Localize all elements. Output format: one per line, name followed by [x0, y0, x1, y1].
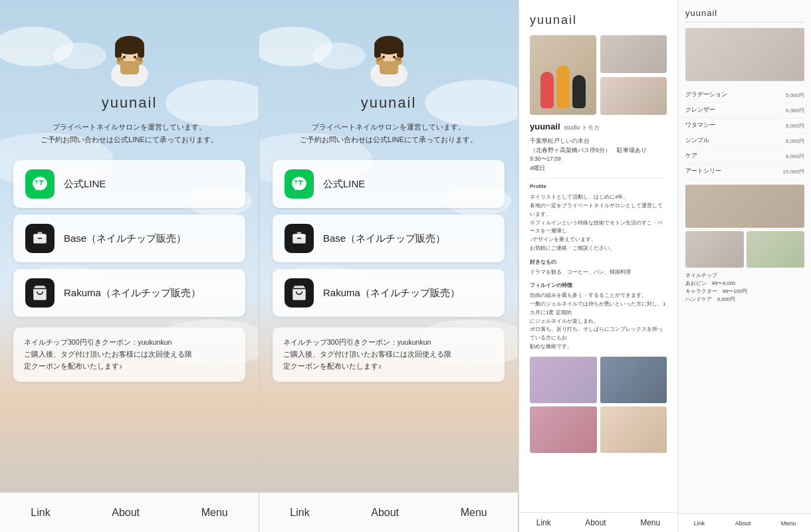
site-image-grid — [530, 35, 667, 115]
svg-point-26 — [376, 57, 384, 65]
sidebar-nav-menu[interactable]: Menu — [781, 520, 796, 527]
menu-item-0: グラデーション 5,000円 — [685, 88, 804, 103]
svg-point-13 — [139, 58, 142, 61]
svg-point-28 — [377, 58, 380, 61]
svg-rect-34 — [297, 238, 302, 239]
nail-image-4 — [600, 406, 667, 453]
site-info-name: yuunail — [530, 122, 560, 132]
avatar-2 — [356, 20, 422, 86]
sidebar-nail-row — [685, 231, 804, 268]
svg-rect-3 — [115, 45, 122, 58]
site-info-address: 千葉県松戸しいの木台 （北春野ヶ高架橋バス停5分） 駐車場あり 9:30〜17:… — [530, 137, 667, 173]
nav-about-2[interactable]: About — [360, 501, 409, 524]
website-panel: yuunail yuunail studio トモカ 千葉県松 — [519, 0, 811, 532]
base-button-2[interactable]: Base（ネイルチップ販売） — [273, 215, 505, 262]
sidebar-nail-img-1 — [685, 185, 804, 228]
rakuma-button-1[interactable]: Rakuma（ネイルチップ販売） — [13, 269, 245, 317]
sidebar-bottom-nav: Link About Menu — [679, 513, 811, 532]
phone-content-1: yuunail プライベートネイルサロンを運営しています。 ご予約お問い合わせは… — [0, 0, 259, 492]
rakuma-button-2[interactable]: Rakuma（ネイルチップ販売） — [273, 269, 505, 317]
base-icon-1 — [25, 224, 55, 253]
nav-link-1[interactable]: Link — [20, 501, 60, 524]
site-small-image-2 — [600, 77, 667, 115]
site-nav-menu[interactable]: Menu — [640, 518, 660, 527]
svg-point-5 — [123, 56, 126, 58]
rakuma-label-1: Rakuma（ネイルチップ販売） — [64, 287, 201, 300]
rakuma-icon-1 — [25, 278, 55, 308]
phone-panel-1: yuunail プライベートネイルサロンを運営しています。 ご予約お問い合わせは… — [0, 0, 259, 532]
line-label-2: 公式LINE — [323, 178, 365, 191]
phone-content-2: yuunail プライベートネイルサロンを運営しています。 ご予約お問い合わせは… — [259, 0, 518, 492]
svg-point-30 — [396, 57, 398, 60]
menu-item-1: クレンザー 6,000円 — [685, 103, 804, 118]
svg-point-8 — [116, 57, 124, 65]
rakuma-icon-2 — [285, 278, 314, 308]
menu-item-5: アートシリー 10,000円 — [685, 164, 804, 179]
site-bottom-nav: Link About Menu — [519, 512, 677, 532]
brand-name-2: yuunail — [361, 94, 417, 112]
menu-item-3: シンプル 6,000円 — [685, 133, 804, 149]
sidebar-nail-images — [685, 185, 804, 268]
sidebar-price-info: ネイルチップ あおピン ¥8〜6,000 キャラクター ¥8〜100円 ハンドケ… — [685, 272, 804, 304]
site-info-sub: studio トモカ — [564, 124, 600, 132]
svg-rect-33 — [292, 234, 306, 237]
menu-item-2: ワタマシー 6,000円 — [685, 118, 804, 133]
svg-rect-15 — [33, 234, 47, 237]
sidebar-main-image — [685, 28, 804, 81]
site-sidebar: yuunail グラデーション 5,000円 クレンザー 6,000円 ワタマシ… — [678, 0, 811, 532]
svg-rect-21 — [374, 45, 381, 58]
svg-rect-22 — [397, 45, 404, 58]
site-bottom-images — [530, 357, 667, 403]
line-icon-1 — [25, 169, 55, 199]
sidebar-nav-link[interactable]: Link — [694, 520, 705, 527]
line-button-2[interactable]: 公式LINE — [273, 160, 505, 208]
svg-point-10 — [118, 58, 120, 61]
nav-link-2[interactable]: Link — [279, 501, 320, 524]
site-bottom-images-2 — [530, 406, 667, 453]
menu-buttons-2: 公式LINE Base（ネイルチップ販売） — [273, 160, 505, 317]
sidebar-nav-about[interactable]: About — [735, 520, 751, 527]
svg-rect-4 — [138, 45, 144, 58]
svg-point-12 — [136, 57, 139, 60]
svg-point-6 — [134, 56, 136, 58]
avatar-1 — [96, 20, 163, 86]
coupon-box-1: ネイルチップ300円引きクーポン：yuukunkun ご購入後、タグ付け頂いたお… — [13, 327, 245, 382]
bottom-nav-1: Link About Menu — [0, 492, 259, 532]
sidebar-nail-img-2 — [685, 231, 744, 268]
sidebar-menu-list: グラデーション 5,000円 クレンザー 6,000円 ワタマシー 6,000円… — [685, 88, 804, 179]
brand-name-1: yuunail — [102, 94, 158, 112]
coupon-box-2: ネイルチップ300円引きクーポン：yuukunkun ご購入後、タグ付け頂いたお… — [273, 327, 505, 382]
site-feature: フィルインの特徴 自由の組みを最も多く・するることができます。 一般のジェルネイ… — [530, 282, 667, 351]
nav-menu-2[interactable]: Menu — [450, 501, 498, 524]
nav-menu-1[interactable]: Menu — [191, 501, 239, 524]
site-main-image — [530, 35, 596, 115]
svg-point-24 — [393, 56, 396, 58]
site-small-image-1 — [600, 35, 667, 73]
base-label-1: Base（ネイルチップ販売） — [64, 232, 186, 245]
description-2: プライベートネイルサロンを運営しています。 ご予約お問い合わせは公式LINEにて… — [300, 121, 477, 145]
site-main-content: yuunail yuunail studio トモカ 千葉県松 — [519, 0, 678, 532]
nail-image-2 — [600, 357, 667, 403]
bottom-nav-2: Link About Menu — [259, 492, 518, 532]
nav-about-1[interactable]: About — [101, 501, 150, 524]
line-icon-2 — [285, 169, 314, 199]
menu-item-4: ケア 6,000円 — [685, 149, 804, 164]
svg-point-27 — [394, 57, 402, 65]
site-nav-link[interactable]: Link — [536, 518, 551, 527]
base-button-1[interactable]: Base（ネイルチップ販売） — [13, 215, 245, 262]
base-icon-2 — [285, 224, 314, 253]
phone-panel-2: yuunail プライベートネイルサロンを運営しています。 ご予約お問い合わせは… — [259, 0, 519, 532]
svg-point-11 — [120, 57, 123, 60]
menu-buttons-1: 公式LINE Base（ネイルチップ販売） — [13, 160, 245, 317]
sidebar-nail-img-3 — [747, 231, 805, 268]
line-label-1: 公式LINE — [64, 178, 106, 191]
site-title: yuunail — [530, 13, 667, 27]
site-nav-about[interactable]: About — [585, 518, 606, 527]
line-button-1[interactable]: 公式LINE — [13, 160, 245, 208]
nail-image-1 — [530, 357, 597, 403]
svg-point-29 — [380, 57, 382, 60]
sidebar-title: yuunail — [685, 8, 804, 23]
svg-point-9 — [135, 57, 143, 65]
site-info: yuunail studio トモカ 千葉県松戸しいの木台 （北春野ヶ高架橋バス… — [530, 122, 667, 173]
site-profile: Profile ネイリストとして活動し、はじめに4年。 各地の一定をプライベート… — [530, 183, 667, 252]
